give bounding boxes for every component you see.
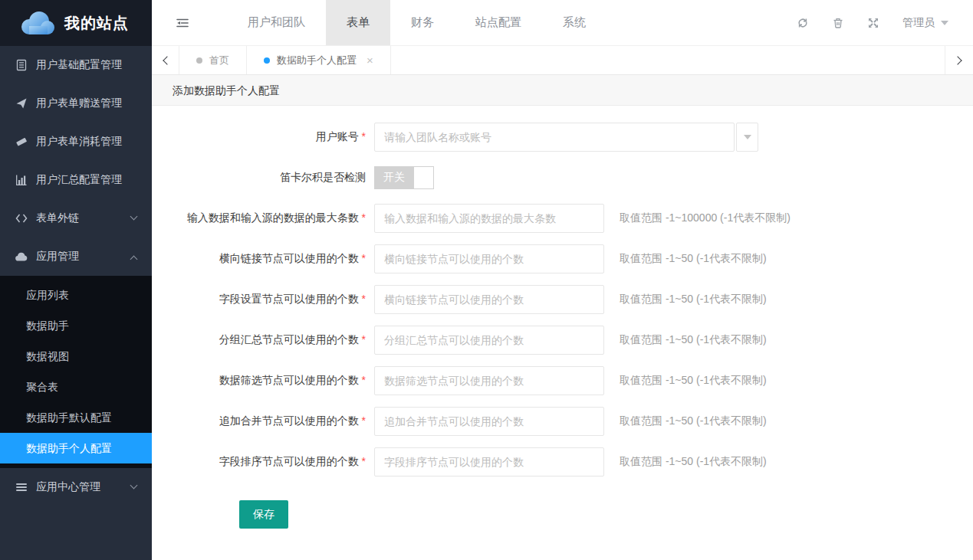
trash-icon[interactable] [832,17,844,29]
sidebar-item-label: 表单外链 [36,211,79,225]
sidebar-item-form-consume[interactable]: 用户表单消耗管理 [0,123,152,161]
topnav-users-teams[interactable]: 用户和团队 [227,0,326,45]
form-row-horizontal-link-count: 横向链接节点可以使用的个数 取值范围 -1~50 (-1代表不限制) [152,244,973,273]
refresh-icon[interactable] [797,17,809,29]
topnav-system[interactable]: 系统 [542,0,606,45]
collapse-sidebar-icon [176,17,189,29]
field-label: 输入数据和输入源的数据的最大条数 [152,211,366,225]
sidebar-item-form-gift[interactable]: 用户表单赠送管理 [0,84,152,123]
save-button[interactable]: 保存 [239,500,288,529]
angle-brackets-icon [15,212,28,225]
form-row-max-records: 输入数据和输入源的数据的最大条数 取值范围 -1~100000 (-1代表不限制… [152,204,973,233]
select-caret-button[interactable] [736,123,758,152]
form-panel: 用户账号 笛卡尔积是否检测 开关 输入数据和输入源的数据的最大条数 取值范围 -… [152,106,973,560]
sidebar-item-label: 应用管理 [36,250,79,264]
sidebar-item-form-external-link[interactable]: 表单外链 [0,199,152,237]
send-icon [15,97,28,110]
horizontal-link-count-input[interactable] [374,244,604,273]
page-title: 添加数据助手个人配置 [152,75,973,106]
field-setting-count-input[interactable] [374,285,604,314]
group-summary-count-input[interactable] [374,326,604,355]
caret-down-icon [744,135,751,139]
user-menu[interactable]: 管理员 [902,16,948,30]
tab-label: 数据助手个人配置 [277,54,357,67]
sidebar-item-user-base-config[interactable]: 用户基础配置管理 [0,46,152,84]
data-filter-count-input[interactable] [374,366,604,395]
cloud-icon [15,251,28,264]
ledger-icon [15,59,28,72]
topnav-site-config[interactable]: 站点配置 [455,0,542,45]
field-label: 追加合并节点可以使用的个数 [152,414,366,428]
cartesian-product-switch[interactable]: 开关 [374,166,434,189]
field-hint: 取值范围 -1~50 (-1代表不限制) [620,293,767,306]
sidebar-item-label: 用户表单消耗管理 [36,135,122,149]
tab-dot [264,57,270,64]
form-row-append-merge-count: 追加合并节点可以使用的个数 取值范围 -1~50 (-1代表不限制) [152,407,973,436]
tab-scroll-left-button[interactable] [152,46,179,74]
fullscreen-icon[interactable] [867,17,879,29]
sidebar-item-summary-config[interactable]: 用户汇总配置管理 [0,161,152,199]
field-label: 数据筛选节点可以使用的个数 [152,374,366,388]
user-name: 管理员 [902,16,935,30]
switch-knob [413,166,434,189]
submenu-item-app-list[interactable]: 应用列表 [0,280,152,310]
field-hint: 取值范围 -1~100000 (-1代表不限制) [620,211,791,225]
submenu-item-data-view[interactable]: 数据视图 [0,341,152,372]
submenu-item-assistant-personal-config[interactable]: 数据助手个人配置 [0,433,152,463]
form-row-field-sort-count: 字段排序节点可以使用的个数 取值范围 -1~50 (-1代表不限制) [152,447,973,476]
topnav-forms[interactable]: 表单 [326,0,390,45]
user-account-select[interactable] [374,123,735,152]
switch-label: 开关 [383,171,405,185]
form-row-user-account: 用户账号 [152,123,973,152]
field-hint: 取值范围 -1~50 (-1代表不限制) [620,374,767,388]
max-records-input[interactable] [374,204,604,233]
sidebar-item-app-center-management[interactable]: 应用中心管理 [0,468,152,506]
brand-logo: 我的站点 [0,0,152,46]
tab-scroll-right-button[interactable] [945,46,973,74]
eraser-icon [15,136,28,149]
form-row-cartesian-check: 笛卡尔积是否检测 开关 [152,163,973,192]
sidebar: 我的站点 用户基础配置管理 用户表单赠送管理 用户表单消耗管理 [0,0,152,560]
header-actions: 管理员 [797,0,973,45]
collapse-sidebar-button[interactable] [152,0,213,45]
top-header: 用户和团队 表单 财务 站点配置 系统 管理员 [152,0,973,46]
list-icon [15,481,28,494]
tab-dot [196,57,202,64]
submenu-item-data-assistant[interactable]: 数据助手 [0,310,152,341]
form-row-group-summary-count: 分组汇总节点可以使用的个数 取值范围 -1~50 (-1代表不限制) [152,326,973,355]
topnav-finance[interactable]: 财务 [390,0,455,45]
field-sort-count-input[interactable] [374,447,604,476]
top-navigation: 用户和团队 表单 财务 站点配置 系统 [227,0,606,45]
cloud-logo-icon [20,11,55,35]
field-hint: 取值范围 -1~50 (-1代表不限制) [620,414,767,428]
field-label: 用户账号 [152,130,366,144]
tab-close-icon[interactable]: × [367,54,373,67]
sidebar-item-label: 用户基础配置管理 [36,58,122,72]
field-label: 横向链接节点可以使用的个数 [152,252,366,266]
form-row-field-setting-count: 字段设置节点可以使用的个数 取值范围 -1~50 (-1代表不限制) [152,285,973,314]
sidebar-item-app-management[interactable]: 应用管理 [0,237,152,276]
field-label: 字段排序节点可以使用的个数 [152,455,366,469]
sidebar-item-label: 应用中心管理 [36,480,100,494]
field-label: 笛卡尔积是否检测 [152,171,366,185]
tab-assistant-personal-config[interactable]: 数据助手个人配置 × [247,46,391,74]
caret-down-icon [941,21,948,25]
form-row-data-filter-count: 数据筛选节点可以使用的个数 取值范围 -1~50 (-1代表不限制) [152,366,973,395]
chevron-up-icon [130,256,138,264]
sidebar-item-label: 用户表单赠送管理 [36,97,122,110]
submenu-item-aggregate-table[interactable]: 聚合表 [0,372,152,402]
chevron-down-icon [130,213,138,221]
submenu-item-assistant-default-config[interactable]: 数据助手默认配置 [0,402,152,433]
site-title: 我的站点 [64,13,129,34]
chevron-left-icon [163,56,171,64]
chevron-down-icon [130,482,138,490]
append-merge-count-input[interactable] [374,407,604,436]
tab-label: 首页 [209,54,229,67]
bar-chart-icon [15,174,28,187]
field-hint: 取值范围 -1~50 (-1代表不限制) [620,455,767,469]
sidebar-item-label: 用户汇总配置管理 [36,173,122,187]
field-label: 分组汇总节点可以使用的个数 [152,333,366,347]
tab-home[interactable]: 首页 [179,46,247,74]
chevron-right-icon [953,56,961,64]
field-hint: 取值范围 -1~50 (-1代表不限制) [620,252,767,266]
